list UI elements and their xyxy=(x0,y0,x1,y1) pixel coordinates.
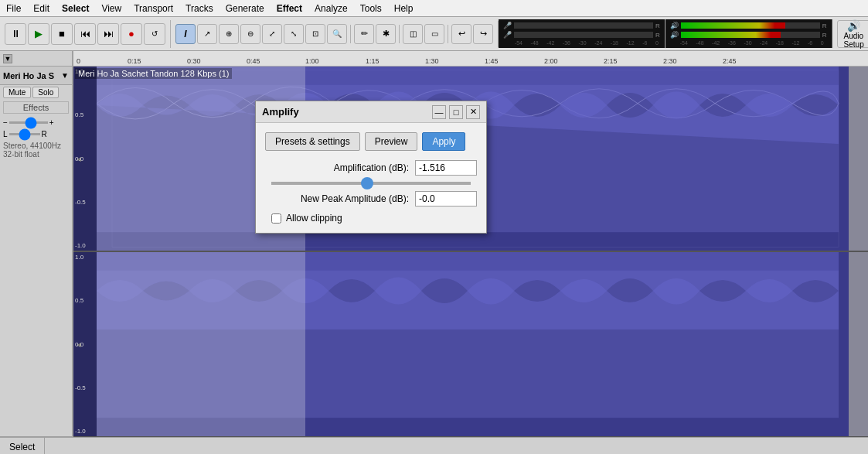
gain-control: − + xyxy=(0,117,72,128)
timeline-mark-215: 2:15 xyxy=(604,57,618,65)
menu-tools[interactable]: Tools xyxy=(354,2,388,15)
meter-section: 🎤 R 🎤 R -54-48-42-36-30-24-18-12-60 xyxy=(499,19,665,48)
menu-transport[interactable]: Transport xyxy=(128,2,179,15)
menu-select[interactable]: Select xyxy=(56,2,95,15)
menubar: File Edit Select View Transport Tracks G… xyxy=(0,0,868,17)
gain-minus-icon[interactable]: − xyxy=(3,118,8,127)
pan-control: L R xyxy=(0,128,72,140)
redo-button[interactable]: ↪ xyxy=(473,24,493,44)
timeline-mark-200: 2:00 xyxy=(544,57,558,65)
amplification-label: Amplification (dB): xyxy=(265,162,409,173)
dialog-close-button[interactable]: ✕ xyxy=(466,105,480,119)
draw-tool-button[interactable]: ✏ xyxy=(354,24,374,44)
preview-button[interactable]: Preview xyxy=(365,132,418,151)
record-button[interactable]: ● xyxy=(121,23,142,45)
fit-project-button[interactable]: ⤢ xyxy=(262,24,282,44)
effects-label[interactable]: Effects xyxy=(3,101,69,114)
play-button[interactable]: ▶ xyxy=(28,23,49,45)
fit-track-button[interactable]: ⤡ xyxy=(284,24,304,44)
zoom-in-button[interactable]: ⊕ xyxy=(219,24,239,44)
zoom-toggle-button[interactable]: 🔍 xyxy=(327,24,347,44)
timeline-mark-230: 2:30 xyxy=(663,57,677,65)
envelope-tool-button[interactable]: ↗ xyxy=(197,24,217,44)
stop-button[interactable]: ■ xyxy=(51,23,73,45)
track2-overflow-right xyxy=(849,252,868,436)
presets-settings-button[interactable]: Presets & settings xyxy=(265,132,360,151)
tool-section: I ↗ ⊕ ⊖ ⤢ ⤡ ⊡ 🔍 ✏ ✱ ◫ ▭ ↩ ↪ xyxy=(171,21,499,47)
multi-tool-button[interactable]: ✱ xyxy=(376,24,396,44)
track1-bit-depth: 32-bit float xyxy=(3,150,69,159)
menu-generate[interactable]: Generate xyxy=(220,2,271,15)
track2-left-arrow: ◄ xyxy=(75,340,83,349)
loop-button[interactable]: ↺ xyxy=(144,23,165,45)
track1-label: Meri Ho Ja Sachet Tandon 128 Kbps (1) xyxy=(75,68,232,79)
zoom-out-button[interactable]: ⊖ xyxy=(240,24,260,44)
menu-help[interactable]: Help xyxy=(388,2,420,15)
zoom-sel-button[interactable]: ⊡ xyxy=(305,24,325,44)
track1-name: Meri Ho Ja S xyxy=(3,71,54,80)
select-button[interactable]: Select xyxy=(0,438,45,454)
track1-header: Meri Ho Ja S ▼ xyxy=(0,67,72,85)
allow-clipping-label: Allow clipping xyxy=(286,213,342,224)
menu-tracks[interactable]: Tracks xyxy=(179,2,220,15)
silence-button[interactable]: ▭ xyxy=(424,24,444,44)
audio-setup-button[interactable]: 🔊 Audio Setup xyxy=(837,20,868,48)
track1-controls: Meri Ho Ja S ▼ Mute Solo Effects − + L R xyxy=(0,67,73,437)
timeline-mark-100: 1:00 xyxy=(305,57,319,65)
dialog-title: Amplify xyxy=(262,106,299,118)
selection-region-bottom xyxy=(97,252,305,436)
timeline-ruler-bg: 0 0:15 0:30 0:45 1:00 1:15 1:30 1:45 2:0… xyxy=(73,51,868,67)
audio-setup-section: 🔊 Audio Setup ⬆ Share Audio xyxy=(832,17,868,51)
menu-view[interactable]: View xyxy=(95,2,128,15)
select-tool-button[interactable]: I xyxy=(175,24,196,44)
menu-analyze[interactable]: Analyze xyxy=(308,2,354,15)
track1-bottom-waveform[interactable]: ◄ 1.0 0.5 0.0 -0.5 -1.0 xyxy=(73,251,868,437)
gain-slider[interactable] xyxy=(9,121,48,124)
gain-plus-icon[interactable]: + xyxy=(49,118,54,127)
transport-section: ⏸ ▶ ■ ⏮ ⏭ ● ↺ xyxy=(0,20,171,48)
pan-slider[interactable] xyxy=(9,133,40,135)
menu-effect[interactable]: Effect xyxy=(271,2,308,15)
skip-forward-button[interactable]: ⏭ xyxy=(97,23,119,45)
amplify-slider[interactable] xyxy=(271,182,471,185)
menu-file[interactable]: File xyxy=(0,2,27,15)
timeline-mark-45: 0:45 xyxy=(247,57,260,65)
allow-clipping-checkbox[interactable] xyxy=(271,213,281,224)
trim-button[interactable]: ◫ xyxy=(403,24,423,44)
track1-overflow-right xyxy=(849,67,868,251)
snap-toggle[interactable]: ▼ xyxy=(3,54,12,63)
dialog-window-controls: — □ ✕ xyxy=(432,105,480,119)
undo-button[interactable]: ↩ xyxy=(451,24,471,44)
timeline-ruler: 0 0:15 0:30 0:45 1:00 1:15 1:30 1:45 2:0… xyxy=(73,51,868,67)
mute-solo-row: Mute Solo xyxy=(0,85,72,100)
amplification-input[interactable] xyxy=(415,160,477,176)
dialog-maximize-button[interactable]: □ xyxy=(449,105,463,119)
track1-left-arrow: ◄ xyxy=(75,155,83,163)
apply-button[interactable]: Apply xyxy=(422,132,465,151)
allow-clipping-row: Allow clipping xyxy=(265,213,477,224)
mute-button[interactable]: Mute xyxy=(3,87,31,98)
skip-back-button[interactable]: ⏮ xyxy=(74,23,96,45)
timeline-mark-15: 0:15 xyxy=(128,57,141,65)
pause-button[interactable]: ⏸ xyxy=(5,23,26,45)
playback-meter: 🔊 R 🔊 R -54-48-42-36-30-24-18-12-60 xyxy=(665,19,832,48)
track1-sample-rate: Stereo, 44100Hz xyxy=(3,142,69,150)
timeline-mark-115: 1:15 xyxy=(366,57,380,65)
peak-amplitude-row: New Peak Amplitude (dB): xyxy=(265,191,477,207)
solo-button[interactable]: Solo xyxy=(32,87,59,98)
amplify-slider-row xyxy=(265,182,477,185)
full-toolbar: ⏸ ▶ ■ ⏮ ⏭ ● ↺ I ↗ ⊕ ⊖ ⤢ ⤡ ⊡ 🔍 ✏ ✱ ◫ ▭ ↩ … xyxy=(0,17,868,51)
timeline-mark-30: 0:30 xyxy=(187,57,201,65)
timeline-mark-130: 1:30 xyxy=(425,57,439,65)
timeline-mark-0: 0 xyxy=(77,57,80,65)
timeline-mark-145: 1:45 xyxy=(485,57,499,65)
dialog-minimize-button[interactable]: — xyxy=(432,105,446,119)
menu-edit[interactable]: Edit xyxy=(27,2,56,15)
bottom-bar: Select xyxy=(0,437,868,454)
dialog-titlebar: Amplify — □ ✕ xyxy=(256,101,486,123)
peak-amplitude-label: New Peak Amplitude (dB): xyxy=(265,193,409,204)
effects-section: Effects xyxy=(0,100,72,117)
peak-amplitude-input[interactable] xyxy=(415,191,477,207)
track1-menu-button[interactable]: ▼ xyxy=(61,71,69,80)
amplification-row: Amplification (dB): xyxy=(265,160,477,176)
